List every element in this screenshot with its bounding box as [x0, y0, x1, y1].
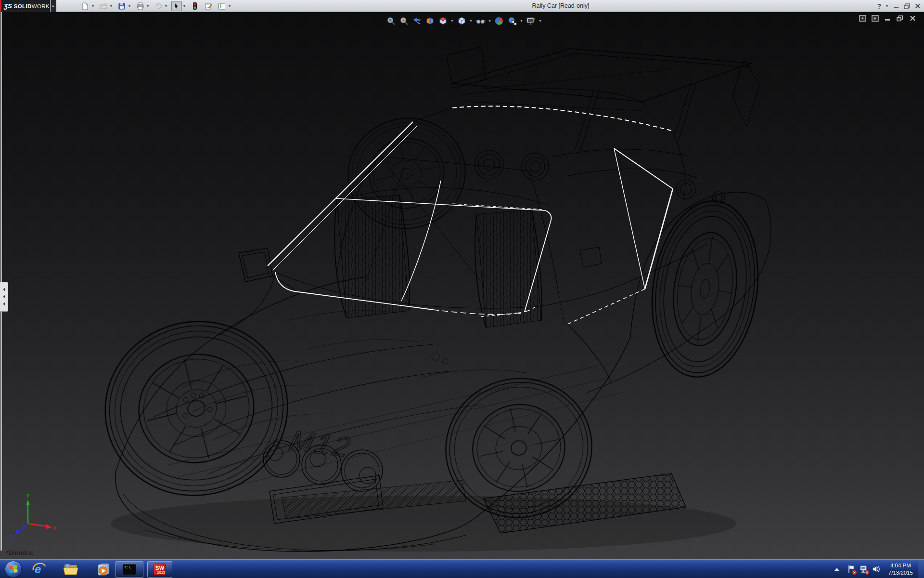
print-dropdown[interactable]: ▾	[145, 4, 150, 8]
media-player-icon	[96, 562, 111, 577]
doc-minimize-button[interactable]	[884, 15, 891, 22]
section-view-icon	[425, 16, 435, 26]
pane-left-icon	[859, 15, 866, 22]
view-orientation-dropdown[interactable]: ▾	[450, 19, 454, 23]
new-dropdown[interactable]: ▾	[90, 4, 95, 8]
apply-scene-button[interactable]	[506, 15, 518, 26]
sw-year: 2015	[157, 570, 165, 575]
folder-icon	[63, 563, 78, 576]
options-dropdown[interactable]: ▾	[227, 4, 232, 8]
save-floppy-icon	[118, 2, 126, 10]
action-center-alert-badge: ✕	[852, 570, 857, 575]
select-tool-button[interactable]	[171, 1, 182, 11]
collapse-pane-left-button[interactable]	[859, 15, 866, 22]
minimize-icon	[894, 4, 899, 9]
doc-restore-button[interactable]	[896, 15, 904, 22]
viewport-canvas[interactable]: M12	[0, 12, 924, 559]
display-style-icon	[457, 16, 466, 26]
network-disconnected-badge: ✕	[865, 570, 869, 575]
file-properties-button[interactable]	[203, 1, 214, 11]
section-view-button[interactable]	[424, 15, 436, 26]
view-orientation-icon	[438, 16, 448, 26]
undo-icon	[154, 2, 163, 10]
feature-manager-collapsed-strip[interactable]	[0, 12, 2, 551]
help-dropdown[interactable]: ▾	[885, 4, 889, 8]
apply-scene-icon	[508, 16, 517, 26]
volume-icon[interactable]	[872, 565, 881, 574]
expand-pane-right-button[interactable]	[871, 15, 879, 22]
close-icon	[915, 3, 921, 9]
previous-view-button[interactable]	[411, 15, 423, 26]
minimize-button[interactable]	[893, 3, 900, 9]
view-settings-button[interactable]	[525, 15, 537, 26]
open-folder-icon	[100, 2, 108, 10]
close-button[interactable]	[914, 3, 921, 9]
appearance-sphere-icon	[495, 16, 504, 26]
menu-bar: ƷS SOLIDWORKS ▸ ▾ ▾ ▾	[0, 0, 924, 12]
display-style-button[interactable]	[456, 15, 467, 26]
rebuild-button[interactable]	[190, 1, 200, 11]
undo-dropdown[interactable]: ▾	[164, 4, 168, 8]
hide-show-items-button[interactable]	[475, 15, 486, 26]
previous-view-icon	[412, 16, 422, 26]
doc-restore-icon	[897, 15, 903, 22]
taskbar-media-player[interactable]	[94, 562, 113, 577]
triad-z-label: Z	[10, 534, 13, 540]
internet-explorer-icon: e	[32, 562, 46, 577]
options-icon	[218, 2, 226, 10]
taskbar-clock[interactable]: 4:04 PM 7/13/2015	[888, 562, 913, 577]
start-button[interactable]	[5, 561, 22, 578]
action-center-flag-icon[interactable]: ✕	[847, 565, 856, 574]
show-hidden-icons-button[interactable]	[834, 568, 839, 571]
collapse-left-icon	[3, 302, 5, 306]
brand-name-bold: SOLID	[14, 3, 32, 9]
display-style-dropdown[interactable]: ▾	[469, 19, 473, 23]
new-document-button[interactable]	[80, 1, 90, 11]
taskbar-windows-explorer[interactable]	[62, 562, 80, 577]
feature-manager-expand-tab[interactable]	[0, 282, 8, 312]
hide-show-dropdown[interactable]: ▾	[488, 19, 492, 23]
taskbar-internet-explorer[interactable]: e	[30, 562, 48, 577]
save-dropdown[interactable]: ▾	[127, 4, 132, 8]
edit-appearance-button[interactable]	[493, 15, 505, 26]
rebuild-traffic-light-icon	[192, 2, 198, 10]
view-orientation-button[interactable]	[437, 15, 449, 26]
apply-scene-dropdown[interactable]: ▾	[519, 19, 524, 23]
standard-toolbar: ▾ ▾ ▾ ▾ ▾	[80, 1, 232, 11]
graphics-viewport[interactable]: M12	[0, 12, 924, 559]
network-status-icon[interactable]: ✕	[860, 565, 868, 574]
dassault-logo-icon: ƷS	[4, 2, 12, 10]
taskbar-command-prompt[interactable]: C:\_	[116, 561, 143, 578]
doc-close-button[interactable]	[909, 15, 916, 22]
solidworks-logo: ƷS SOLIDWORKS	[0, 0, 50, 12]
save-button[interactable]	[116, 1, 127, 11]
options-button[interactable]	[217, 1, 227, 11]
app-window-controls: ? ▾	[877, 0, 921, 12]
zoom-to-area-button[interactable]	[398, 15, 410, 26]
triad-y-label: Y	[26, 493, 30, 499]
select-dropdown[interactable]: ▾	[182, 4, 187, 8]
windows-flag-icon	[9, 565, 19, 574]
windows-taskbar: e C:\_ SW 2015	[0, 559, 924, 578]
clock-date: 7/13/2015	[888, 569, 913, 577]
show-desktop-button[interactable]	[918, 560, 924, 578]
new-document-icon	[81, 2, 89, 10]
view-settings-dropdown[interactable]: ▾	[538, 19, 542, 23]
doc-close-icon	[910, 15, 916, 21]
print-button[interactable]	[135, 1, 145, 11]
cursor-arrow-icon	[173, 2, 180, 10]
open-button[interactable]	[98, 1, 109, 11]
menu-expand-button[interactable]: ▸	[51, 0, 56, 12]
cmd-label: C:\_	[125, 565, 133, 569]
taskbar-solidworks-2015[interactable]: SW 2015	[147, 561, 172, 578]
zoom-to-fit-button[interactable]	[385, 15, 397, 26]
zoom-to-fit-icon	[386, 16, 396, 26]
undo-button[interactable]	[153, 1, 164, 11]
help-button[interactable]: ?	[877, 2, 881, 10]
clock-time: 4:04 PM	[888, 562, 913, 569]
open-dropdown[interactable]: ▾	[109, 4, 114, 8]
command-prompt-icon: C:\_	[123, 564, 136, 575]
view-settings-icon	[526, 16, 536, 26]
restore-button[interactable]	[903, 3, 911, 9]
heads-up-view-toolbar: ▾ ▾ ▾	[385, 14, 542, 27]
